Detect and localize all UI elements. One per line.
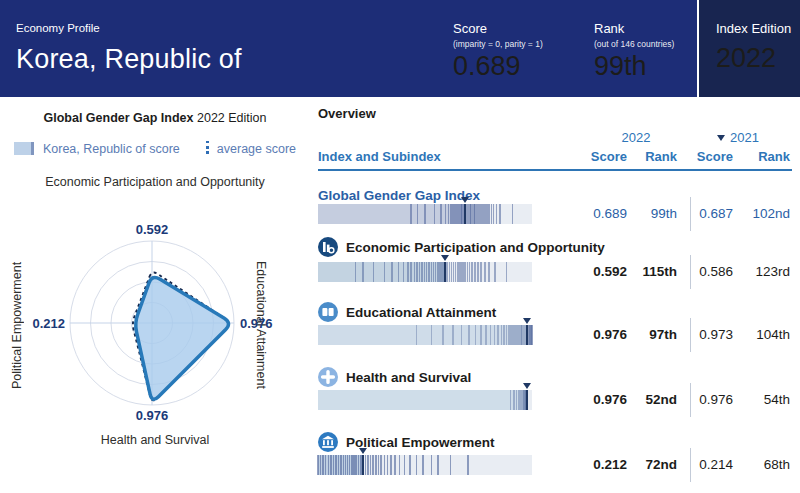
country-tick: [512, 204, 514, 224]
legend-country-label: Korea, Republic of score: [43, 142, 180, 156]
header-banner: Economy Profile Korea, Republic of Score…: [0, 0, 800, 97]
score-2021-value: 0.976: [695, 390, 733, 410]
radar-value-label: 0.976: [136, 408, 169, 423]
table-header-rule: [318, 169, 792, 171]
country-marker-triangle-icon: [461, 197, 469, 203]
score-2022-value: 0.976: [560, 325, 627, 345]
country-tick: [338, 455, 340, 475]
country-tick: [390, 455, 392, 475]
country-tick: [485, 325, 487, 345]
rank-block: Rank (out of 146 countries) 99th: [594, 21, 674, 49]
country-tick: [428, 262, 430, 282]
year-2022-header: 2022: [606, 130, 666, 145]
country-tick: [490, 325, 492, 345]
row-title: Political Empowerment: [346, 435, 495, 450]
score-2022-value: 0.592: [560, 262, 627, 282]
country-tick: [431, 455, 433, 475]
country-tick: [480, 262, 482, 282]
country-tick: [493, 204, 495, 224]
year-divider: [690, 318, 691, 352]
country-marker-triangle-icon: [359, 448, 367, 454]
year-divider: [690, 197, 691, 231]
distribution-strip: [318, 204, 532, 224]
radar-chart: 0.5920.9760.9760.212: [0, 197, 310, 437]
country-tick: [437, 455, 439, 475]
country-name: Korea, Republic of: [16, 44, 242, 75]
rank-2022-value: 115th: [635, 262, 677, 282]
rank-2022-value: 72nd: [635, 455, 677, 475]
country-tick: [399, 455, 401, 475]
country-tick: [494, 325, 496, 345]
rank-2021-value: 54th: [740, 390, 790, 410]
country-marker: [464, 204, 466, 224]
country-tick: [477, 262, 479, 282]
radar-chart-title: Global Gender Gap Index 2022 Edition: [0, 111, 310, 125]
radar-axis-economic: Economic Participation and Opportunity: [0, 175, 310, 189]
country-tick: [362, 262, 364, 282]
rank-label: Rank: [594, 21, 674, 36]
country-tick: [384, 455, 386, 475]
country-tick: [407, 262, 409, 282]
strip-fill: [318, 325, 527, 345]
rank-2022-value: 99th: [635, 204, 677, 224]
strip-fill: [318, 390, 527, 410]
year-divider: [690, 255, 691, 289]
country-tick: [452, 325, 454, 345]
distribution-strip: [318, 455, 532, 475]
country-tick: [373, 262, 375, 282]
score-2021-value: 0.973: [695, 325, 733, 345]
country-tick: [372, 455, 374, 475]
country-tick: [480, 325, 482, 345]
rank-note: (out of 146 countries): [594, 39, 674, 49]
radar-legend: Korea, Republic of score average score: [0, 141, 310, 156]
country-tick: [404, 455, 406, 475]
country-tick: [416, 455, 418, 475]
strip-fill: [318, 204, 465, 224]
legend-item-average: average score: [206, 141, 296, 156]
country-tick: [475, 325, 477, 345]
country-tick: [501, 325, 503, 345]
index-edition-box: Index Edition 2022: [697, 0, 800, 97]
row-title: Health and Survival: [346, 370, 471, 385]
country-tick: [322, 455, 324, 475]
score-2022-value: 0.976: [560, 390, 627, 410]
country-tick: [474, 262, 476, 282]
country-marker-triangle-icon: [523, 318, 531, 324]
country-tick: [317, 455, 319, 475]
country-tick: [417, 204, 419, 224]
country-tick: [422, 455, 424, 475]
country-tick: [328, 455, 330, 475]
country-tick: [325, 455, 327, 475]
column-header-rank-2021: Rank: [740, 149, 790, 164]
country-tick: [370, 455, 372, 475]
country-tick: [320, 455, 322, 475]
country-tick: [445, 204, 447, 224]
country-tick: [499, 204, 501, 224]
country-tick: [384, 262, 386, 282]
country-tick: [488, 262, 490, 282]
country-tick: [442, 325, 444, 345]
political-icon: [318, 432, 338, 452]
country-marker-triangle-icon: [441, 255, 449, 261]
country-tick: [398, 262, 400, 282]
education-icon: [318, 302, 338, 322]
score-2021-value: 0.214: [695, 455, 733, 475]
score-block: Score (imparity = 0, parity = 1) 0.689: [453, 21, 543, 49]
country-tick: [416, 262, 418, 282]
country-marker: [526, 390, 528, 410]
country-marker: [444, 262, 446, 282]
column-header-rank-2022: Rank: [635, 149, 677, 164]
distribution-strip: [318, 390, 532, 410]
country-tick: [378, 455, 380, 475]
year-divider: [690, 448, 691, 482]
country-tick: [333, 455, 335, 475]
radar-panel: Global Gender Gap Index 2022 Edition Kor…: [0, 97, 310, 493]
year-2021-selector[interactable]: 2021: [707, 130, 769, 145]
country-tick: [330, 455, 332, 475]
radar-value-label: 0.212: [32, 316, 65, 331]
score-2021-value: 0.687: [695, 204, 733, 224]
country-tick: [506, 262, 508, 282]
country-tick: [335, 455, 337, 475]
country-tick: [375, 455, 377, 475]
score-2022-value: 0.689: [560, 204, 627, 224]
